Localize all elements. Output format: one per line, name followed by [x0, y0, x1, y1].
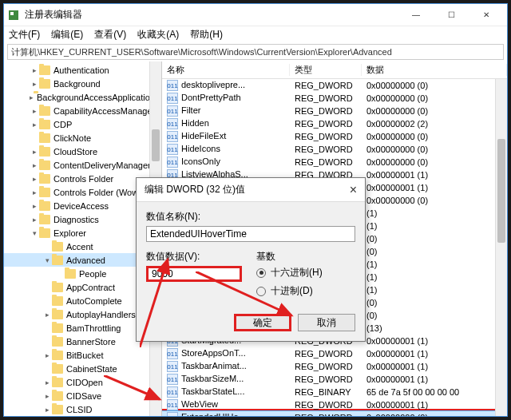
dword-icon: 011	[167, 80, 178, 91]
tree-item-label: DeviceAccess	[53, 201, 109, 211]
list-row[interactable]: 011TaskbarSizeM...REG_DWORD0x00000001 (1…	[162, 373, 507, 386]
value-data-input[interactable]	[146, 266, 242, 282]
chevron-right-icon[interactable]: ▸	[42, 391, 52, 401]
svg-rect-1	[10, 12, 14, 15]
value-name: TaskbarStateL...	[181, 386, 245, 396]
tree-item[interactable]: ClickNote	[4, 131, 161, 145]
list-header: 名称 类型 数据	[162, 61, 507, 79]
menu-edit[interactable]: 编辑(E)	[51, 28, 83, 42]
tree-item-label: Explorer	[53, 228, 86, 238]
chevron-right-icon[interactable]: ▸	[30, 120, 39, 129]
menu-help[interactable]: 帮助(H)	[190, 28, 223, 42]
minimize-button[interactable]: —	[398, 4, 434, 26]
tree-item[interactable]: ▸ContentDeliveryManager	[4, 158, 161, 172]
scroll-thumb[interactable]	[497, 139, 505, 243]
list-row[interactable]: 011desktoplivepre...REG_DWORD0x00000000 …	[162, 79, 507, 92]
scroll-up-button[interactable]	[150, 61, 161, 73]
tree-item-label: People	[79, 269, 106, 279]
chevron-right-icon[interactable]: ▸	[42, 405, 52, 414]
chevron-right-icon[interactable]: ▸	[30, 188, 39, 197]
dword-icon: 011	[167, 105, 178, 117]
list-row[interactable]: 011DontPrettyPathREG_DWORD0x00000000 (0)	[162, 92, 507, 105]
menu-view[interactable]: 查看(V)	[94, 28, 126, 42]
value-name: Hidden	[181, 118, 209, 128]
address-text: 计算机\HKEY_CURRENT_USER\Software\Microsoft…	[11, 46, 392, 58]
scroll-thumb[interactable]	[152, 129, 160, 161]
chevron-down-icon[interactable]: ▾	[42, 256, 52, 265]
cancel-button[interactable]: 取消	[298, 314, 355, 331]
tree-item[interactable]: ▸CIDSave	[4, 389, 161, 402]
address-bar[interactable]: 计算机\HKEY_CURRENT_USER\Software\Microsoft…	[7, 44, 504, 60]
chevron-right-icon[interactable]: ▸	[42, 310, 52, 319]
maximize-button[interactable]: ☐	[434, 4, 469, 26]
tree-item[interactable]: ▸Background	[4, 77, 161, 90]
list-row[interactable]: 011StoreAppsOnT...REG_DWORD0x00000001 (1…	[162, 347, 507, 360]
tree-item[interactable]: CabinetState	[4, 362, 161, 375]
folder-icon	[52, 378, 63, 387]
list-row[interactable]: 011HideFileExtREG_DWORD0x00000000 (0)	[162, 130, 507, 143]
value-type: REG_DWORD	[290, 400, 362, 410]
value-name-input[interactable]	[146, 226, 355, 242]
list-row[interactable]: 011IconsOnlyREG_DWORD0x00000000 (0)	[162, 156, 507, 168]
tree-item[interactable]: ▸CDP	[4, 117, 161, 131]
chevron-right-icon[interactable]: ▸	[30, 174, 39, 184]
radix-hex-row[interactable]: 十六进制(H)	[256, 266, 355, 279]
tree-item[interactable]: ▸BitBucket	[4, 348, 161, 362]
col-header-data[interactable]: 数据	[362, 64, 507, 76]
dialog-close-button[interactable]: ×	[350, 183, 357, 197]
tree-item[interactable]: ▸CLSID	[4, 402, 161, 416]
list-row[interactable]: 011HideIconsREG_DWORD0x00000000 (0)	[162, 143, 507, 156]
chevron-right-icon[interactable]: ▸	[30, 93, 34, 102]
value-data: 0x00000001 (1)	[362, 183, 507, 192]
tree-item[interactable]: ▸CIDOpen	[4, 375, 161, 389]
col-header-name[interactable]: 名称	[162, 64, 290, 76]
chevron-right-icon[interactable]: ▸	[42, 351, 52, 360]
value-name: ExtendedUIHo...	[181, 412, 246, 416]
chevron-right-icon[interactable]: ▸	[30, 160, 39, 170]
folder-icon	[39, 188, 50, 197]
chevron-right-icon[interactable]: ▸	[30, 215, 39, 224]
value-data: 65 de 7a 5f 00 00 00 00	[362, 387, 507, 397]
col-header-type[interactable]: 类型	[290, 64, 362, 76]
scroll-down-button[interactable]	[150, 404, 161, 416]
tree-item-label: CabinetState	[66, 364, 117, 374]
chevron-right-icon[interactable]: ▸	[30, 79, 39, 89]
close-button[interactable]: ✕	[469, 4, 504, 26]
tree-item[interactable]: ▸Authentication	[4, 63, 161, 77]
menu-file[interactable]: 文件(F)	[9, 28, 40, 42]
chevron-right-icon[interactable]: ▸	[30, 201, 39, 211]
chevron-right-icon[interactable]: ▸	[30, 65, 39, 75]
list-scrollbar[interactable]	[495, 79, 507, 416]
value-data: 0x00000000 (0)	[362, 196, 507, 205]
list-row[interactable]: 011WebViewREG_DWORD0x00000001 (1)	[162, 398, 507, 411]
chevron-right-icon[interactable]: ▸	[30, 147, 39, 157]
list-row[interactable]: 011TaskbarAnimat...REG_DWORD0x00000001 (…	[162, 360, 507, 373]
scroll-down-button[interactable]	[496, 404, 507, 416]
value-data: (0)	[362, 298, 507, 307]
value-name: TaskbarSizeM...	[181, 374, 244, 383]
chevron-down-icon[interactable]: ▾	[30, 228, 39, 238]
radio-dec[interactable]	[256, 287, 266, 296]
tree-item[interactable]: ▸CapabilityAccessManager	[4, 104, 161, 117]
value-data: 0x00000002 (2)	[362, 119, 507, 129]
ok-button[interactable]: 确定	[234, 314, 291, 331]
scroll-up-button[interactable]	[496, 79, 507, 91]
dword-icon: 011	[167, 374, 178, 385]
tree-item[interactable]: ▸BackgroundAccessApplications	[4, 90, 161, 104]
folder-icon	[39, 228, 50, 238]
menu-fav[interactable]: 收藏夹(A)	[137, 28, 179, 42]
list-row[interactable]: 011HiddenREG_DWORD0x00000002 (2)	[162, 117, 507, 130]
value-data: (1)	[362, 260, 507, 269]
value-data: (13)	[362, 323, 507, 333]
list-row[interactable]: 011FilterREG_DWORD0x00000000 (0)	[162, 105, 507, 117]
list-row[interactable]: 011ExtendedUIHo...REG_DWORD0x00000000 (0…	[162, 411, 507, 416]
tree-item[interactable]: ▸CloudStore	[4, 145, 161, 158]
chevron-right-icon[interactable]: ▸	[30, 106, 39, 116]
list-row[interactable]: 011TaskbarStateL...REG_BINARY65 de 7a 5f…	[162, 386, 507, 398]
value-data: 0x00000001 (1)	[362, 374, 507, 384]
radio-hex[interactable]	[256, 268, 266, 278]
radix-dec-row[interactable]: 十进制(D)	[256, 284, 355, 298]
app-icon	[7, 9, 20, 22]
spacer	[42, 242, 52, 252]
chevron-right-icon[interactable]: ▸	[42, 378, 52, 387]
